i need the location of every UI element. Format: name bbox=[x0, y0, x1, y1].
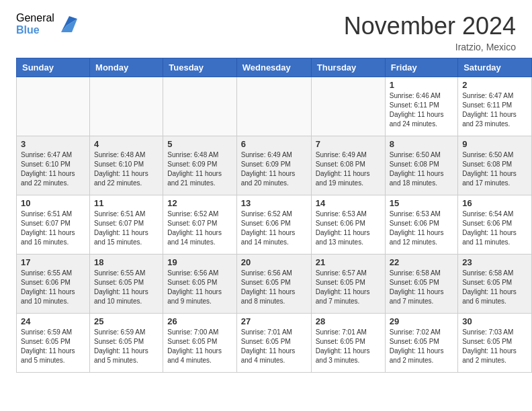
day-info: Sunrise: 7:01 AMSunset: 6:05 PMDaylight:… bbox=[241, 328, 307, 365]
header-sunday: Sunday bbox=[17, 58, 90, 77]
header-thursday: Thursday bbox=[311, 58, 385, 77]
day-number: 27 bbox=[241, 316, 307, 326]
day-info: Sunrise: 7:03 AMSunset: 6:05 PMDaylight:… bbox=[462, 328, 527, 365]
table-row: 2Sunrise: 6:47 AMSunset: 6:11 PMDaylight… bbox=[458, 77, 532, 136]
table-row: 9Sunrise: 6:50 AMSunset: 6:08 PMDaylight… bbox=[458, 136, 532, 195]
table-row: 15Sunrise: 6:53 AMSunset: 6:06 PMDayligh… bbox=[385, 195, 457, 255]
table-row bbox=[90, 77, 163, 136]
table-row: 3Sunrise: 6:47 AMSunset: 6:10 PMDaylight… bbox=[17, 136, 90, 195]
day-info: Sunrise: 7:00 AMSunset: 6:05 PMDaylight:… bbox=[167, 328, 232, 365]
table-row: 4Sunrise: 6:48 AMSunset: 6:10 PMDaylight… bbox=[90, 136, 163, 195]
page-header: General Blue November 2024 Iratzio, Mexi… bbox=[0, 0, 532, 58]
day-number: 19 bbox=[167, 257, 232, 267]
table-row: 7Sunrise: 6:49 AMSunset: 6:08 PMDaylight… bbox=[311, 136, 385, 195]
calendar-wrapper: Sunday Monday Tuesday Wednesday Thursday… bbox=[0, 58, 532, 381]
day-info: Sunrise: 6:57 AMSunset: 6:05 PMDaylight:… bbox=[316, 269, 381, 306]
table-row bbox=[236, 77, 311, 136]
day-number: 21 bbox=[316, 257, 381, 267]
day-info: Sunrise: 6:58 AMSunset: 6:05 PMDaylight:… bbox=[462, 269, 527, 306]
day-number: 26 bbox=[167, 316, 232, 326]
day-info: Sunrise: 6:52 AMSunset: 6:06 PMDaylight:… bbox=[241, 210, 307, 247]
table-row: 8Sunrise: 6:50 AMSunset: 6:08 PMDaylight… bbox=[385, 136, 457, 195]
day-number: 29 bbox=[390, 316, 453, 326]
calendar-week-row: 3Sunrise: 6:47 AMSunset: 6:10 PMDaylight… bbox=[17, 136, 532, 195]
table-row: 20Sunrise: 6:56 AMSunset: 6:05 PMDayligh… bbox=[236, 255, 311, 314]
day-number: 25 bbox=[94, 316, 159, 326]
day-info: Sunrise: 6:55 AMSunset: 6:06 PMDaylight:… bbox=[21, 269, 85, 306]
table-row: 13Sunrise: 6:52 AMSunset: 6:06 PMDayligh… bbox=[236, 195, 311, 255]
table-row: 26Sunrise: 7:00 AMSunset: 6:05 PMDayligh… bbox=[163, 314, 236, 373]
logo-icon bbox=[56, 13, 77, 35]
logo-general: General bbox=[16, 12, 54, 24]
day-number: 1 bbox=[390, 80, 453, 90]
calendar-week-row: 17Sunrise: 6:55 AMSunset: 6:06 PMDayligh… bbox=[17, 255, 532, 314]
day-number: 24 bbox=[21, 316, 85, 326]
calendar-week-row: 10Sunrise: 6:51 AMSunset: 6:07 PMDayligh… bbox=[17, 195, 532, 255]
day-info: Sunrise: 6:54 AMSunset: 6:06 PMDaylight:… bbox=[462, 210, 527, 247]
table-row bbox=[311, 77, 385, 136]
header-monday: Monday bbox=[90, 58, 163, 77]
day-info: Sunrise: 6:58 AMSunset: 6:05 PMDaylight:… bbox=[390, 269, 453, 306]
table-row: 24Sunrise: 6:59 AMSunset: 6:05 PMDayligh… bbox=[17, 314, 90, 373]
day-number: 2 bbox=[462, 80, 527, 90]
location: Iratzio, Mexico bbox=[344, 42, 516, 52]
month-title: November 2024 bbox=[344, 12, 516, 40]
day-info: Sunrise: 6:50 AMSunset: 6:08 PMDaylight:… bbox=[390, 150, 453, 188]
day-info: Sunrise: 6:51 AMSunset: 6:07 PMDaylight:… bbox=[21, 210, 85, 247]
table-row: 12Sunrise: 6:52 AMSunset: 6:07 PMDayligh… bbox=[163, 195, 236, 255]
table-row: 10Sunrise: 6:51 AMSunset: 6:07 PMDayligh… bbox=[17, 195, 90, 255]
day-number: 6 bbox=[241, 139, 307, 149]
table-row: 16Sunrise: 6:54 AMSunset: 6:06 PMDayligh… bbox=[458, 195, 532, 255]
header-friday: Friday bbox=[385, 58, 457, 77]
table-row: 5Sunrise: 6:48 AMSunset: 6:09 PMDaylight… bbox=[163, 136, 236, 195]
day-number: 17 bbox=[21, 257, 85, 267]
logo: General Blue bbox=[16, 12, 77, 36]
day-info: Sunrise: 6:48 AMSunset: 6:09 PMDaylight:… bbox=[167, 150, 232, 188]
table-row: 6Sunrise: 6:49 AMSunset: 6:09 PMDaylight… bbox=[236, 136, 311, 195]
day-info: Sunrise: 6:51 AMSunset: 6:07 PMDaylight:… bbox=[94, 210, 159, 247]
table-row: 25Sunrise: 6:59 AMSunset: 6:05 PMDayligh… bbox=[90, 314, 163, 373]
table-row bbox=[163, 77, 236, 136]
day-number: 18 bbox=[94, 257, 159, 267]
day-number: 13 bbox=[241, 198, 307, 208]
table-row: 30Sunrise: 7:03 AMSunset: 6:05 PMDayligh… bbox=[458, 314, 532, 373]
calendar-header-row: Sunday Monday Tuesday Wednesday Thursday… bbox=[17, 58, 532, 77]
table-row: 11Sunrise: 6:51 AMSunset: 6:07 PMDayligh… bbox=[90, 195, 163, 255]
table-row: 27Sunrise: 7:01 AMSunset: 6:05 PMDayligh… bbox=[236, 314, 311, 373]
table-row: 28Sunrise: 7:01 AMSunset: 6:05 PMDayligh… bbox=[311, 314, 385, 373]
day-info: Sunrise: 6:48 AMSunset: 6:10 PMDaylight:… bbox=[94, 150, 159, 188]
calendar-table: Sunday Monday Tuesday Wednesday Thursday… bbox=[16, 58, 532, 373]
day-info: Sunrise: 7:01 AMSunset: 6:05 PMDaylight:… bbox=[316, 328, 381, 365]
day-number: 30 bbox=[462, 316, 527, 326]
calendar-week-row: 24Sunrise: 6:59 AMSunset: 6:05 PMDayligh… bbox=[17, 314, 532, 373]
header-tuesday: Tuesday bbox=[163, 58, 236, 77]
day-info: Sunrise: 6:50 AMSunset: 6:08 PMDaylight:… bbox=[462, 150, 527, 188]
day-number: 23 bbox=[462, 257, 527, 267]
table-row: 23Sunrise: 6:58 AMSunset: 6:05 PMDayligh… bbox=[458, 255, 532, 314]
day-number: 22 bbox=[390, 257, 453, 267]
day-number: 12 bbox=[167, 198, 232, 208]
day-number: 8 bbox=[390, 139, 453, 149]
day-number: 9 bbox=[462, 139, 527, 149]
day-info: Sunrise: 6:47 AMSunset: 6:11 PMDaylight:… bbox=[462, 91, 527, 129]
header-saturday: Saturday bbox=[458, 58, 532, 77]
day-info: Sunrise: 6:55 AMSunset: 6:05 PMDaylight:… bbox=[94, 269, 159, 306]
day-info: Sunrise: 6:52 AMSunset: 6:07 PMDaylight:… bbox=[167, 210, 232, 247]
table-row: 17Sunrise: 6:55 AMSunset: 6:06 PMDayligh… bbox=[17, 255, 90, 314]
day-number: 28 bbox=[316, 316, 381, 326]
day-number: 15 bbox=[390, 198, 453, 208]
calendar-body: 1Sunrise: 6:46 AMSunset: 6:11 PMDaylight… bbox=[17, 77, 532, 373]
day-info: Sunrise: 6:59 AMSunset: 6:05 PMDaylight:… bbox=[21, 328, 85, 365]
day-info: Sunrise: 6:53 AMSunset: 6:06 PMDaylight:… bbox=[316, 210, 381, 247]
logo-blue: Blue bbox=[16, 24, 54, 36]
day-number: 10 bbox=[21, 198, 85, 208]
table-row: 29Sunrise: 7:02 AMSunset: 6:05 PMDayligh… bbox=[385, 314, 457, 373]
day-number: 5 bbox=[167, 139, 232, 149]
title-block: November 2024 Iratzio, Mexico bbox=[344, 12, 516, 52]
table-row: 18Sunrise: 6:55 AMSunset: 6:05 PMDayligh… bbox=[90, 255, 163, 314]
header-wednesday: Wednesday bbox=[236, 58, 311, 77]
table-row: 1Sunrise: 6:46 AMSunset: 6:11 PMDaylight… bbox=[385, 77, 457, 136]
day-number: 20 bbox=[241, 257, 307, 267]
day-number: 4 bbox=[94, 139, 159, 149]
day-info: Sunrise: 6:46 AMSunset: 6:11 PMDaylight:… bbox=[390, 91, 453, 129]
